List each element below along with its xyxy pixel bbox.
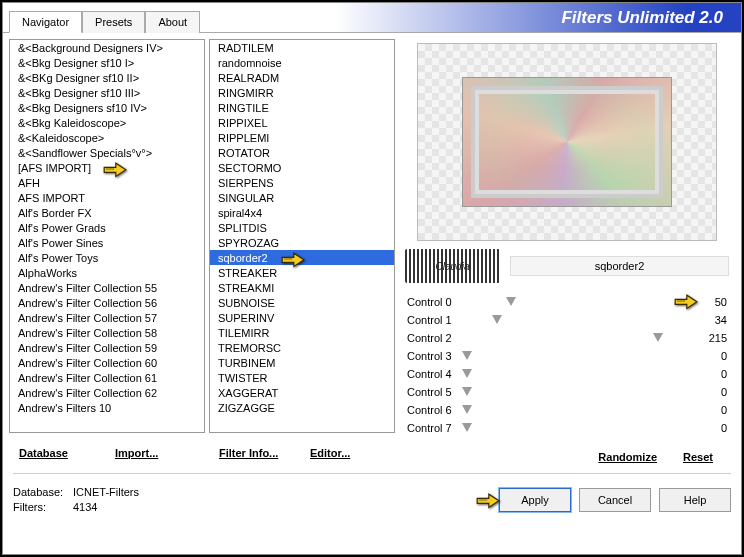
category-item[interactable]: &<Background Designers IV> bbox=[10, 40, 204, 55]
control-label: Control 1 bbox=[407, 314, 467, 326]
filter-item[interactable]: SPYROZAG bbox=[210, 235, 394, 250]
filter-item[interactable]: TWISTER bbox=[210, 370, 394, 385]
filter-item[interactable]: TREMORSC bbox=[210, 340, 394, 355]
category-item[interactable]: Alf's Power Toys bbox=[10, 250, 204, 265]
category-item[interactable]: Andrew's Filter Collection 56 bbox=[10, 295, 204, 310]
control-value: 0 bbox=[693, 386, 727, 398]
slider-thumb-icon[interactable] bbox=[462, 387, 472, 396]
footer: Database:ICNET-Filters Filters:4134 Appl… bbox=[3, 474, 741, 526]
category-item[interactable]: &<Bkg Designer sf10 I> bbox=[10, 55, 204, 70]
filter-item[interactable]: ZIGZAGGE bbox=[210, 400, 394, 415]
filter-item[interactable]: RIPPLEMI bbox=[210, 130, 394, 145]
cancel-button[interactable]: Cancel bbox=[579, 488, 651, 512]
slider-thumb-icon[interactable] bbox=[492, 315, 502, 324]
filter-item[interactable]: STREAKMI bbox=[210, 280, 394, 295]
category-item[interactable]: &<Kaleidoscope> bbox=[10, 130, 204, 145]
control-row: Control 40 bbox=[399, 365, 735, 383]
filter-item[interactable]: RIPPIXEL bbox=[210, 115, 394, 130]
filter-item[interactable]: TILEMIRR bbox=[210, 325, 394, 340]
filter-item[interactable]: XAGGERAT bbox=[210, 385, 394, 400]
slider-thumb-icon[interactable] bbox=[462, 351, 472, 360]
category-item[interactable]: [AFS IMPORT] bbox=[10, 160, 204, 175]
filter-item[interactable]: SECTORMO bbox=[210, 160, 394, 175]
controls-panel: Control 050Control 134Control 2215Contro… bbox=[399, 293, 735, 437]
category-item[interactable]: &<Bkg Designer sf10 III> bbox=[10, 85, 204, 100]
category-item[interactable]: Alf's Power Sines bbox=[10, 235, 204, 250]
control-label: Control 6 bbox=[407, 404, 467, 416]
category-item[interactable]: Andrew's Filter Collection 57 bbox=[10, 310, 204, 325]
category-item[interactable]: &<BKg Designer sf10 II> bbox=[10, 70, 204, 85]
control-label: Control 3 bbox=[407, 350, 467, 362]
category-item[interactable]: Andrew's Filter Collection 59 bbox=[10, 340, 204, 355]
filter-item[interactable]: SUPERINV bbox=[210, 310, 394, 325]
category-item[interactable]: Alf's Power Grads bbox=[10, 220, 204, 235]
filter-item[interactable]: SINGULAR bbox=[210, 190, 394, 205]
control-slider[interactable] bbox=[467, 408, 693, 412]
filter-item[interactable]: REALRADM bbox=[210, 70, 394, 85]
category-item[interactable]: &<Bkg Designers sf10 IV> bbox=[10, 100, 204, 115]
category-item[interactable]: AFS IMPORT bbox=[10, 190, 204, 205]
category-item[interactable]: &<Sandflower Specials°v°> bbox=[10, 145, 204, 160]
category-item[interactable]: &<Bkg Kaleidoscope> bbox=[10, 115, 204, 130]
control-slider[interactable] bbox=[467, 426, 693, 430]
randomize-row: Randomize Reset bbox=[399, 437, 735, 467]
category-item[interactable]: Andrew's Filter Collection 61 bbox=[10, 370, 204, 385]
filter-listbox[interactable]: RADTILEMrandomnoiseREALRADMRINGMIRRRINGT… bbox=[209, 39, 395, 433]
filter-item[interactable]: RADTILEM bbox=[210, 40, 394, 55]
slider-thumb-icon[interactable] bbox=[462, 423, 472, 432]
category-item[interactable]: AlphaWorks bbox=[10, 265, 204, 280]
control-slider[interactable] bbox=[467, 354, 693, 358]
app-window: NavigatorPresetsAbout Filters Unlimited … bbox=[2, 2, 742, 555]
slider-thumb-icon[interactable] bbox=[462, 369, 472, 378]
database-button[interactable]: Database bbox=[11, 443, 107, 463]
category-item[interactable]: Andrew's Filters 10 bbox=[10, 400, 204, 415]
database-info: Database:ICNET-Filters Filters:4134 bbox=[13, 485, 139, 515]
filter-item[interactable]: RINGTILE bbox=[210, 100, 394, 115]
category-item[interactable]: Andrew's Filter Collection 55 bbox=[10, 280, 204, 295]
current-filter-name: sqborder2 bbox=[510, 256, 729, 276]
filter-item[interactable]: SIERPENS bbox=[210, 175, 394, 190]
filter-item[interactable]: spiral4x4 bbox=[210, 205, 394, 220]
filter-info-button[interactable]: Filter Info... bbox=[211, 443, 302, 463]
help-button[interactable]: Help bbox=[659, 488, 731, 512]
control-label: Control 2 bbox=[407, 332, 467, 344]
category-item[interactable]: AFH bbox=[10, 175, 204, 190]
randomize-button[interactable]: Randomize bbox=[590, 447, 665, 467]
control-value: 0 bbox=[693, 404, 727, 416]
category-item[interactable]: Alf's Border FX bbox=[10, 205, 204, 220]
tab-about[interactable]: About bbox=[145, 11, 200, 33]
control-slider[interactable] bbox=[467, 300, 693, 304]
filter-item[interactable]: RINGMIRR bbox=[210, 85, 394, 100]
category-listbox[interactable]: &<Background Designers IV>&<Bkg Designer… bbox=[9, 39, 205, 433]
editor-button[interactable]: Editor... bbox=[302, 443, 393, 463]
filter-item[interactable]: sqborder2 bbox=[210, 250, 394, 265]
filter-item[interactable]: randomnoise bbox=[210, 55, 394, 70]
filter-item[interactable]: SPLITDIS bbox=[210, 220, 394, 235]
footer-buttons: Apply Cancel Help bbox=[499, 488, 731, 512]
category-item[interactable]: Andrew's Filter Collection 58 bbox=[10, 325, 204, 340]
slider-thumb-icon[interactable] bbox=[653, 333, 663, 342]
filter-item[interactable]: SUBNOISE bbox=[210, 295, 394, 310]
category-item[interactable]: Andrew's Filter Collection 62 bbox=[10, 385, 204, 400]
slider-thumb-icon[interactable] bbox=[506, 297, 516, 306]
tab-presets[interactable]: Presets bbox=[82, 11, 145, 33]
watermark-stamp: Claudia bbox=[405, 249, 500, 283]
filter-item[interactable]: STREAKER bbox=[210, 265, 394, 280]
apply-button[interactable]: Apply bbox=[499, 488, 571, 512]
filter-item[interactable]: TURBINEM bbox=[210, 355, 394, 370]
filter-item[interactable]: ROTATOR bbox=[210, 145, 394, 160]
preview-column: Claudia sqborder2 Control 050Control 134… bbox=[399, 39, 735, 467]
tab-navigator[interactable]: Navigator bbox=[9, 11, 82, 33]
control-slider[interactable] bbox=[467, 372, 693, 376]
control-slider[interactable] bbox=[467, 336, 693, 340]
category-item[interactable]: Andrew's Filter Collection 60 bbox=[10, 355, 204, 370]
control-slider[interactable] bbox=[467, 390, 693, 394]
control-row: Control 70 bbox=[399, 419, 735, 437]
import-button[interactable]: Import... bbox=[107, 443, 203, 463]
reset-button[interactable]: Reset bbox=[675, 447, 721, 467]
control-slider[interactable] bbox=[467, 318, 693, 322]
slider-thumb-icon[interactable] bbox=[462, 405, 472, 414]
control-label: Control 7 bbox=[407, 422, 467, 434]
control-label: Control 0 bbox=[407, 296, 467, 308]
filter-button-row: Filter Info... Editor... bbox=[209, 439, 395, 467]
